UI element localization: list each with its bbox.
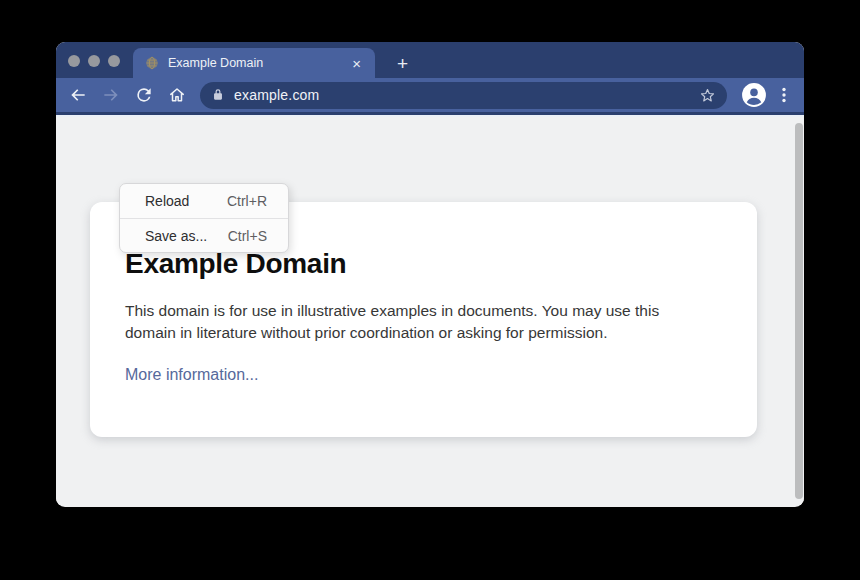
url-text[interactable]: example.com	[234, 87, 698, 103]
menu-item-shortcut: Ctrl+S	[228, 228, 267, 244]
new-tab-button[interactable]: +	[397, 54, 408, 73]
menu-item-label: Save as...	[145, 228, 207, 244]
maximize-window-button[interactable]	[108, 55, 120, 67]
home-icon[interactable]	[167, 85, 187, 105]
page-paragraph: This domain is for use in illustrative e…	[125, 300, 710, 344]
back-icon[interactable]	[68, 85, 88, 105]
menu-item-shortcut: Ctrl+R	[227, 193, 267, 209]
close-window-button[interactable]	[68, 55, 80, 67]
tab-title: Example Domain	[168, 56, 348, 70]
bookmark-star-icon[interactable]	[698, 86, 717, 105]
browser-window: Example Domain × + example.com	[56, 42, 804, 507]
lock-icon	[211, 88, 225, 102]
tab-close-icon[interactable]: ×	[348, 54, 365, 73]
address-bar[interactable]: example.com	[200, 82, 727, 109]
minimize-window-button[interactable]	[88, 55, 100, 67]
forward-icon[interactable]	[101, 85, 121, 105]
tabstrip: Example Domain × +	[56, 42, 804, 78]
scrollbar[interactable]	[795, 123, 803, 499]
context-menu-item-save-as[interactable]: Save as... Ctrl+S	[120, 218, 288, 252]
reload-icon[interactable]	[134, 85, 154, 105]
favicon-globe-icon	[145, 56, 159, 70]
profile-avatar-icon[interactable]	[741, 82, 767, 108]
kebab-menu-icon[interactable]	[776, 86, 792, 104]
tab-example-domain[interactable]: Example Domain ×	[133, 48, 375, 78]
context-menu-item-reload[interactable]: Reload Ctrl+R	[120, 184, 288, 218]
window-controls	[68, 55, 120, 67]
scrollbar-thumb[interactable]	[795, 123, 803, 499]
navigation-toolbar: example.com	[56, 78, 804, 115]
page-viewport: Example Domain This domain is for use in…	[56, 115, 804, 504]
menu-item-label: Reload	[145, 193, 189, 209]
context-menu: Reload Ctrl+R Save as... Ctrl+S	[119, 183, 289, 253]
more-information-link[interactable]: More information...	[125, 366, 258, 384]
